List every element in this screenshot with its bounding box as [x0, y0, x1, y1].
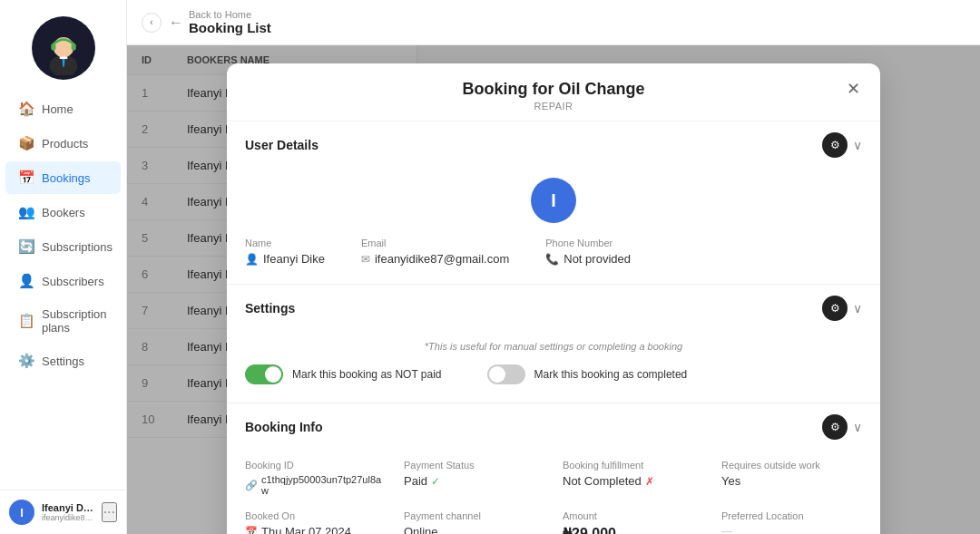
sidebar-item-subscribers[interactable]: 👤 Subscribers — [5, 265, 121, 297]
booking-info-settings-button[interactable]: ⚙ — [822, 414, 848, 440]
not-paid-toggle[interactable] — [245, 364, 283, 384]
sidebar-nav: 🏠 Home 📦 Products 📅 Bookings 👥 Bookers 🔄… — [0, 89, 126, 490]
settings-section-collapse-button[interactable]: ∨ — [853, 301, 862, 316]
phone-field: Phone Number 📞 Not provided — [545, 238, 631, 266]
user-menu-button[interactable]: ··· — [102, 502, 117, 522]
settings-section-actions: ⚙ ∨ — [822, 296, 862, 321]
settings-note: *This is useful for manual settings or c… — [245, 341, 862, 352]
breadcrumb: ← Back to Home Booking List — [169, 9, 271, 35]
svg-rect-5 — [59, 56, 67, 59]
name-label: Name — [245, 238, 325, 248]
phone-label: Phone Number — [545, 238, 631, 248]
modal-body: User Details ⚙ ∨ I — [227, 121, 880, 534]
booking-modal: Booking for Oil Change REPAIR ✕ User Det… — [227, 63, 880, 534]
user-details-header: User Details ⚙ ∨ — [227, 121, 880, 169]
completed-toggle-group: Mark this booking as completed — [487, 364, 688, 384]
user-details-collapse-button[interactable]: ∨ — [853, 138, 862, 152]
payment-status-value: Paid ✓ — [404, 474, 544, 488]
page-header: ‹ ← Back to Home Booking List — [127, 0, 980, 45]
outside-work-value: Yes — [721, 474, 862, 488]
sidebar-item-products-label: Products — [42, 137, 88, 150]
settings-content: *This is useful for manual settings or c… — [227, 332, 880, 403]
modal-subtitle: REPAIR — [245, 101, 862, 112]
phone-value: 📞 Not provided — [545, 252, 631, 266]
sidebar: 🏠 Home 📦 Products 📅 Bookings 👥 Bookers 🔄… — [0, 0, 127, 534]
user-details-title: User Details — [245, 138, 318, 152]
payment-status-label: Payment Status — [404, 460, 544, 471]
sidebar-item-settings[interactable]: ⚙️ Settings — [5, 345, 121, 377]
user-details-settings-button[interactable]: ⚙ — [822, 132, 848, 158]
subscriptions-icon: 🔄 — [18, 238, 34, 255]
sidebar-item-products[interactable]: 📦 Products — [5, 127, 121, 160]
email-label: Email — [361, 238, 509, 248]
user-name: Ifeanyi Dike — [42, 502, 94, 513]
preferred-location-value: — — [721, 525, 862, 534]
svg-rect-3 — [71, 44, 75, 51]
not-paid-toggle-label: Mark this booking as NOT paid — [292, 368, 442, 381]
settings-section-settings-button[interactable]: ⚙ — [822, 296, 848, 321]
settings-section: Settings ⚙ ∨ *This is useful for manual … — [227, 285, 880, 403]
sidebar-user-footer: I Ifeanyi Dike ifeanyidike87@gmail.com ·… — [0, 490, 126, 534]
sidebar-item-home-label: Home — [42, 102, 74, 116]
modal-close-button[interactable]: ✕ — [840, 76, 866, 102]
payment-channel-value: Online — [404, 525, 544, 534]
booked-on-item: Booked On 📅 Thu Mar 07 2024 — [245, 510, 386, 534]
name-field: Name 👤 Ifeanyi Dike — [245, 238, 325, 266]
email-field: Email ✉ ifeanyidike87@gmail.com — [361, 238, 509, 266]
completed-toggle[interactable] — [487, 364, 525, 384]
sidebar-item-bookings-label: Bookings — [42, 171, 90, 185]
person-icon: 👤 — [245, 253, 259, 266]
sidebar-item-bookings[interactable]: 📅 Bookings — [5, 161, 121, 194]
sidebar-item-subscribers-label: Subscribers — [42, 275, 104, 288]
email-icon: ✉ — [361, 253, 370, 266]
subscribers-icon: 👤 — [18, 273, 34, 289]
booking-info-collapse-button[interactable]: ∨ — [853, 420, 862, 434]
outside-work-item: Requires outside work Yes — [721, 460, 862, 496]
sidebar-item-bookers[interactable]: 👥 Bookers — [5, 196, 121, 228]
bookers-icon: 👥 — [18, 204, 34, 220]
booking-id-label: Booking ID — [245, 460, 386, 471]
outside-work-label: Requires outside work — [721, 460, 862, 471]
user-details-actions: ⚙ ∨ — [822, 132, 862, 158]
sidebar-item-bookers-label: Bookers — [42, 206, 85, 219]
user-avatar: I — [9, 500, 34, 525]
sidebar-item-home[interactable]: 🏠 Home — [5, 92, 121, 125]
user-info: Ifeanyi Dike ifeanyidike87@gmail.com — [42, 502, 94, 522]
booking-info-section: Booking Info ⚙ ∨ Booking ID — [227, 403, 880, 534]
sidebar-item-subscriptions[interactable]: 🔄 Subscriptions — [5, 230, 121, 263]
settings-toggles: Mark this booking as NOT paid Mark this … — [245, 364, 862, 384]
payment-status-item: Payment Status Paid ✓ — [404, 460, 544, 496]
home-icon: 🏠 — [18, 101, 34, 117]
back-arrow-icon[interactable]: ← — [169, 15, 183, 31]
user-email: ifeanyidike87@gmail.com — [42, 513, 94, 522]
fulfillment-value: Not Completed ✗ — [563, 474, 703, 488]
payment-channel-item: Payment channel Online — [404, 510, 544, 534]
back-link[interactable]: Back to Home — [189, 9, 271, 20]
email-value: ✉ ifeanyidike87@gmail.com — [361, 252, 509, 266]
calendar-icon: 📅 — [245, 526, 258, 534]
modal-header: Booking for Oil Change REPAIR ✕ — [227, 63, 880, 121]
collapse-sidebar-button[interactable]: ‹ — [142, 13, 162, 33]
booked-on-value: 📅 Thu Mar 07 2024 — [245, 525, 386, 534]
booking-info-grid: Booking ID 🔗 c1thqjyp50003un7tp27ul8aw P… — [245, 460, 862, 534]
user-details-content: I Name 👤 Ifeanyi Dike — [227, 169, 880, 284]
products-icon: 📦 — [18, 135, 34, 151]
not-paid-toggle-group: Mark this booking as NOT paid — [245, 364, 442, 384]
name-value: 👤 Ifeanyi Dike — [245, 252, 325, 266]
settings-icon: ⚙️ — [18, 353, 34, 369]
subscription-plans-icon: 📋 — [18, 313, 34, 329]
settings-section-header: Settings ⚙ ∨ — [227, 285, 880, 332]
user-modal-avatar: I — [531, 178, 576, 223]
preferred-location-label: Preferred Location — [721, 510, 862, 521]
page-title: Booking List — [189, 20, 271, 35]
link-icon: 🔗 — [245, 480, 258, 491]
sidebar-item-subscriptions-label: Subscriptions — [42, 240, 113, 254]
booked-on-label: Booked On — [245, 510, 386, 521]
settings-section-title: Settings — [245, 301, 295, 316]
booking-info-title: Booking Info — [245, 420, 323, 434]
modal-overlay: Booking for Oil Change REPAIR ✕ User Det… — [127, 45, 980, 534]
sidebar-item-subscription-plans-label: Subscription plans — [42, 307, 108, 335]
amount-value: ₦29,000 — [563, 525, 703, 534]
sidebar-item-subscription-plans[interactable]: 📋 Subscription plans — [5, 299, 121, 343]
main-content: ‹ ← Back to Home Booking List ID BOOKERS… — [127, 0, 980, 534]
